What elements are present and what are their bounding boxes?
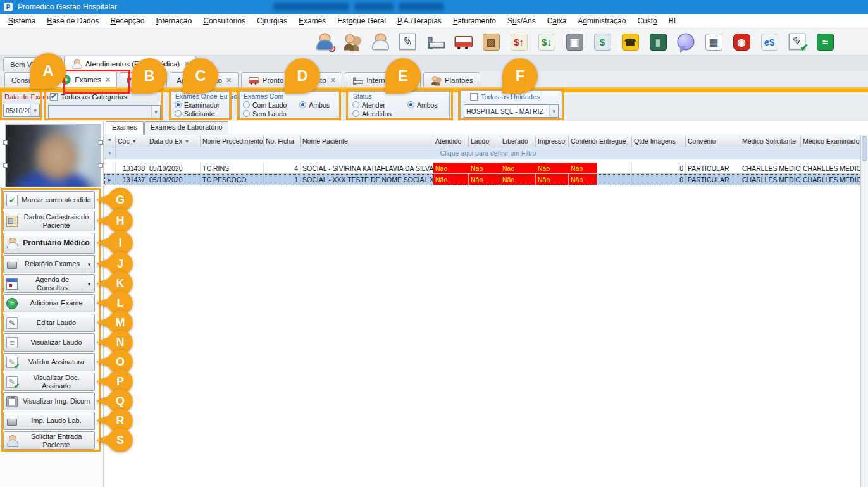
dropdown-arrow-icon[interactable]: ▾ <box>85 256 93 273</box>
radio-com-laudo[interactable]: Com Laudo <box>243 101 292 109</box>
finance-chart-icon[interactable]: $ <box>592 32 612 52</box>
button-editar-laudo[interactable]: ✎Editar Laudo <box>3 314 95 332</box>
column-header-liberado[interactable]: Liberado <box>500 135 536 147</box>
revenue-up-icon[interactable]: $↑ <box>509 32 529 52</box>
resize-handle[interactable] <box>99 140 103 145</box>
menu-item-internacao[interactable]: Internação <box>150 16 197 25</box>
doctor-icon[interactable] <box>369 32 390 52</box>
menu-item-sistema[interactable]: Sistema <box>3 16 41 25</box>
column-header-atendido[interactable]: Atendido <box>433 135 469 147</box>
contract-icon[interactable]: ✎ <box>397 32 418 52</box>
radio-ambos[interactable]: Ambos <box>299 101 335 109</box>
grid-tab-exames[interactable]: Exames <box>106 121 144 135</box>
menu-item-base-de-dados[interactable]: Base de Dados <box>41 16 104 25</box>
button-marcar-como-atendido[interactable]: ✔Marcar como atendido <box>3 191 95 209</box>
tab-bem-vindo[interactable]: Bem Vindo× <box>3 57 62 71</box>
close-tab-icon[interactable]: × <box>184 59 189 68</box>
close-tab-icon[interactable]: × <box>331 75 336 85</box>
shutdown-icon[interactable]: ◉ <box>731 32 752 52</box>
column-header-examinador[interactable]: Médico Examinador <box>801 135 860 147</box>
exams-monitor-icon[interactable]: ≈ <box>815 32 835 52</box>
grid-tab-exames-de-laboratorio[interactable]: Exames de Laboratório <box>144 121 229 135</box>
radio-atender[interactable]: Atender <box>352 101 400 109</box>
vertical-scrollbar[interactable] <box>860 135 868 487</box>
todas-unidades-checkbox[interactable]: Todas as Unidades <box>470 93 540 101</box>
menu-item-recepcao[interactable]: Recepção <box>104 16 150 25</box>
column-header-ficha[interactable]: No. Ficha <box>264 135 301 147</box>
tab-prontuario[interactable]: Prontuário <box>120 72 167 87</box>
tab-consultas[interactable]: Consultas <box>4 72 51 87</box>
button-validar-assinatura[interactable]: ✎✔Validar Assinatura <box>3 353 95 371</box>
radio-solicitante[interactable]: Solicitante <box>175 109 226 118</box>
sync-patients-icon[interactable]: ↻ <box>314 32 334 52</box>
menu-item-caixa[interactable]: Caixa <box>542 16 573 25</box>
patient-records-icon[interactable] <box>342 32 362 52</box>
menu-item-faturamento[interactable]: Faturamento <box>447 16 502 25</box>
close-tab-icon[interactable]: × <box>226 75 232 85</box>
column-header-convenio[interactable]: Convênio <box>686 135 740 147</box>
chevron-down-icon[interactable]: ▾ <box>30 104 39 116</box>
menu-item-estoque-geral[interactable]: Estoque Geral <box>332 16 392 25</box>
menu-item-sus-ans[interactable]: Sus/Ans <box>502 16 542 25</box>
button-visualizar-img-dicom[interactable]: Visualizar Img. Dicom <box>3 392 95 410</box>
supplies-box-icon[interactable]: ▨ <box>481 32 501 52</box>
resize-handle[interactable] <box>3 163 8 168</box>
menu-item-consultorios[interactable]: Consultórios <box>197 16 251 25</box>
menu-item-administracao[interactable]: Administração <box>572 16 631 25</box>
checkbox-checked-icon[interactable] <box>50 93 58 101</box>
chevron-down-icon[interactable]: ▾ <box>151 106 160 118</box>
button-visualizar-laudo[interactable]: ≡Visualizar Laudo <box>3 333 95 352</box>
button-adicionar-exame[interactable]: ≈Adicionar Exame <box>3 294 95 312</box>
tab-exames[interactable]: ≈Exames× <box>53 71 117 87</box>
close-tab-icon[interactable]: × <box>50 59 55 69</box>
column-header-codigo[interactable]: Cóc▼ <box>116 135 147 147</box>
menu-item-cirurgias[interactable]: Cirurgias <box>251 16 293 25</box>
data-do-exame-combo[interactable]: 05/10/2020 ▾ <box>3 104 40 117</box>
menu-item-custo[interactable]: Custo <box>631 16 662 25</box>
menu-item-exames[interactable]: Exames <box>293 16 332 25</box>
invoice-icon[interactable]: ▦ <box>704 32 724 52</box>
cash-down-icon[interactable]: $↓ <box>536 32 557 52</box>
chat-icon[interactable] <box>676 32 696 52</box>
column-header-impresso[interactable]: Impresso <box>536 135 569 147</box>
button-solicitar-entrada-paciente[interactable]: →Solicitar Entrada Paciente <box>3 431 95 450</box>
tab-agendamento[interactable]: Agendamento× <box>170 72 238 87</box>
grid-filter-row[interactable]: ▼ Clique aqui para definir um Filtro <box>104 147 860 159</box>
close-tab-icon[interactable]: × <box>409 75 414 85</box>
column-header-entregue[interactable]: Entregue <box>597 135 632 147</box>
column-header-procedimento[interactable]: Nome Procedimento <box>201 135 264 147</box>
tab-internacoes[interactable]: Internações× <box>345 72 421 87</box>
scrollbar-thumb[interactable] <box>862 136 867 161</box>
tab-pronto-atendimento[interactable]: Pronto Atendimento× <box>241 72 343 87</box>
column-header-laudo[interactable]: Laudo <box>469 135 500 147</box>
categoria-combo[interactable]: ▾ <box>48 105 161 118</box>
menu-item-bi[interactable]: BI <box>663 16 681 25</box>
button-dados-cadastrais-do-paciente[interactable]: Dados Cadastrais do Paciente <box>3 211 95 231</box>
dropdown-arrow-icon[interactable]: ▾ <box>85 275 93 292</box>
column-header-paciente[interactable]: Nome Paciente <box>301 135 433 147</box>
manual-book-icon[interactable]: ▮ <box>648 32 668 52</box>
button-prontuario-medico[interactable]: Prontuário Médico <box>3 233 95 254</box>
hospital-bed-icon[interactable] <box>425 32 445 52</box>
column-header-indicator[interactable]: * <box>104 135 116 147</box>
button-imp-laudo-lab[interactable]: Imp. Laudo Lab. <box>3 412 95 430</box>
button-visualizar-doc-assinado[interactable]: ✎✔Visualizar Doc. Assinado <box>3 373 95 391</box>
button-agenda-de-consultas[interactable]: Agenda de Consultas▾ <box>3 274 95 293</box>
e-invoice-icon[interactable]: e$ <box>759 32 779 52</box>
button-relatorio-exames[interactable]: Relatório Exames▾ <box>3 255 95 273</box>
ambulance-icon[interactable] <box>453 32 473 52</box>
signed-doc-icon[interactable]: ✎✔ <box>787 32 807 52</box>
unidade-combo[interactable]: HOSPITAL SQL - MATRIZ ▾ <box>464 104 559 118</box>
chevron-down-icon[interactable]: ▾ <box>549 105 558 117</box>
safe-icon[interactable]: ▣ <box>564 32 585 52</box>
tab-atendimentos-ficha-medica[interactable]: Atendimentos (Ficha Médica)× <box>64 56 196 71</box>
radio-atendidos[interactable]: Atendidos <box>352 109 400 118</box>
radio-sem-laudo[interactable]: Sem Laudo <box>243 109 292 118</box>
exam-row-131437[interactable]: ▸13143705/10/2020TC PESCOÇO1SOCIAL - XXX… <box>104 174 860 185</box>
checkbox-unchecked-icon[interactable] <box>470 93 478 101</box>
menu-item-p-a-terapias[interactable]: P.A./Terapias <box>392 16 447 25</box>
column-header-qtde[interactable]: Qtde Imagens <box>632 135 686 147</box>
radio-examinador[interactable]: Examinador <box>175 101 226 109</box>
phone-book-icon[interactable]: ☎ <box>620 32 640 52</box>
radio-ambos[interactable]: Ambos <box>407 101 446 109</box>
